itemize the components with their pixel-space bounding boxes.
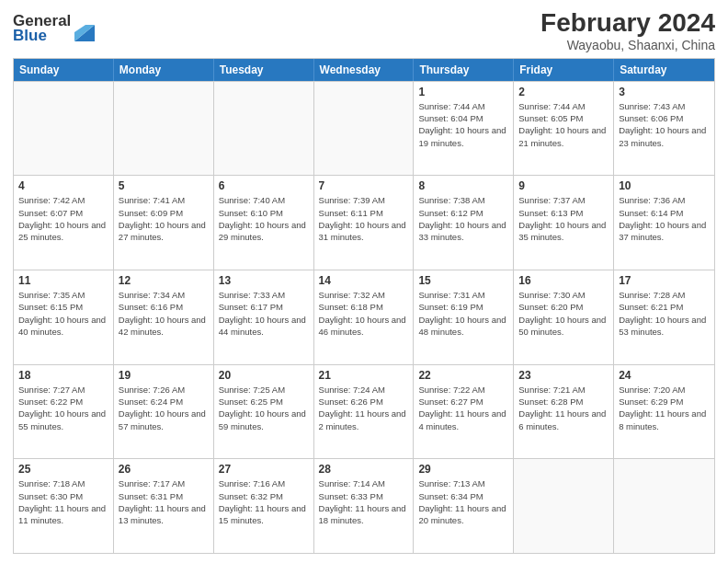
day-number: 27 [219,463,309,476]
day-number: 7 [319,179,409,192]
header-wednesday: Wednesday [314,59,415,81]
calendar-cell: 13Sunrise: 7:33 AM Sunset: 6:17 PM Dayli… [214,270,314,364]
calendar-row-0: 1Sunrise: 7:44 AM Sunset: 6:04 PM Daylig… [14,81,714,176]
day-info: Sunrise: 7:30 AM Sunset: 6:20 PM Dayligh… [518,289,609,338]
day-number: 16 [518,274,609,287]
day-info: Sunrise: 7:20 AM Sunset: 6:29 PM Dayligh… [619,384,710,432]
day-number: 11 [18,274,108,287]
day-info: Sunrise: 7:43 AM Sunset: 6:06 PM Dayligh… [619,100,710,149]
header-saturday: Saturday [614,59,714,81]
subtitle: Wayaobu, Shaanxi, China [540,38,715,52]
day-number: 25 [18,463,108,476]
calendar-cell: 23Sunrise: 7:21 AM Sunset: 6:28 PM Dayli… [514,365,614,459]
calendar-cell: 20Sunrise: 7:25 AM Sunset: 6:25 PM Dayli… [214,365,314,459]
calendar-cell: 29Sunrise: 7:13 AM Sunset: 6:34 PM Dayli… [414,459,514,553]
day-info: Sunrise: 7:17 AM Sunset: 6:31 PM Dayligh… [119,477,209,526]
calendar: Sunday Monday Tuesday Wednesday Thursday… [13,58,715,554]
calendar-cell: 25Sunrise: 7:18 AM Sunset: 6:30 PM Dayli… [14,459,114,553]
day-number: 28 [319,463,409,476]
day-number: 15 [418,274,508,287]
calendar-cell [514,459,614,553]
day-number: 5 [119,179,209,192]
logo-icon [74,16,95,41]
calendar-cell [214,82,314,176]
calendar-body: 1Sunrise: 7:44 AM Sunset: 6:04 PM Daylig… [14,81,714,553]
calendar-row-3: 18Sunrise: 7:27 AM Sunset: 6:22 PM Dayli… [14,364,714,459]
day-info: Sunrise: 7:14 AM Sunset: 6:33 PM Dayligh… [319,477,409,526]
calendar-cell: 15Sunrise: 7:31 AM Sunset: 6:19 PM Dayli… [414,270,514,364]
page: General Blue February 2024 Wayaobu, Shaa… [0,0,728,563]
day-info: Sunrise: 7:21 AM Sunset: 6:28 PM Dayligh… [518,384,609,432]
calendar-header: Sunday Monday Tuesday Wednesday Thursday… [14,59,714,81]
calendar-cell: 22Sunrise: 7:22 AM Sunset: 6:27 PM Dayli… [414,365,514,459]
day-info: Sunrise: 7:37 AM Sunset: 6:13 PM Dayligh… [518,194,609,243]
header-monday: Monday [114,59,214,81]
day-number: 26 [119,463,209,476]
calendar-cell: 12Sunrise: 7:34 AM Sunset: 6:16 PM Dayli… [114,270,214,364]
day-number: 9 [518,179,609,192]
day-info: Sunrise: 7:22 AM Sunset: 6:27 PM Dayligh… [418,384,508,432]
calendar-row-1: 4Sunrise: 7:42 AM Sunset: 6:07 PM Daylig… [14,175,714,270]
calendar-cell: 24Sunrise: 7:20 AM Sunset: 6:29 PM Dayli… [614,365,714,459]
calendar-cell: 10Sunrise: 7:36 AM Sunset: 6:14 PM Dayli… [614,176,714,270]
day-info: Sunrise: 7:44 AM Sunset: 6:04 PM Dayligh… [418,100,508,149]
day-info: Sunrise: 7:33 AM Sunset: 6:17 PM Dayligh… [219,289,309,338]
calendar-cell: 18Sunrise: 7:27 AM Sunset: 6:22 PM Dayli… [14,365,114,459]
calendar-cell: 11Sunrise: 7:35 AM Sunset: 6:15 PM Dayli… [14,270,114,364]
calendar-cell: 4Sunrise: 7:42 AM Sunset: 6:07 PM Daylig… [14,176,114,270]
day-number: 10 [619,179,710,192]
calendar-cell [114,82,214,176]
day-info: Sunrise: 7:27 AM Sunset: 6:22 PM Dayligh… [18,384,108,432]
day-number: 19 [119,369,209,382]
calendar-cell: 5Sunrise: 7:41 AM Sunset: 6:09 PM Daylig… [114,176,214,270]
day-info: Sunrise: 7:38 AM Sunset: 6:12 PM Dayligh… [418,194,508,243]
calendar-row-2: 11Sunrise: 7:35 AM Sunset: 6:15 PM Dayli… [14,270,714,364]
day-number: 12 [119,274,209,287]
calendar-cell: 21Sunrise: 7:24 AM Sunset: 6:26 PM Dayli… [314,365,415,459]
day-info: Sunrise: 7:44 AM Sunset: 6:05 PM Dayligh… [518,100,609,149]
calendar-cell: 1Sunrise: 7:44 AM Sunset: 6:04 PM Daylig… [414,82,514,176]
day-number: 13 [219,274,309,287]
day-number: 29 [418,463,508,476]
day-number: 14 [319,274,409,287]
logo-blue: Blue [13,28,71,45]
day-info: Sunrise: 7:31 AM Sunset: 6:19 PM Dayligh… [418,289,508,338]
day-number: 1 [418,86,508,98]
day-info: Sunrise: 7:39 AM Sunset: 6:11 PM Dayligh… [319,194,409,243]
day-number: 2 [518,86,609,98]
day-number: 21 [319,369,409,382]
day-info: Sunrise: 7:36 AM Sunset: 6:14 PM Dayligh… [619,194,710,243]
calendar-cell: 3Sunrise: 7:43 AM Sunset: 6:06 PM Daylig… [614,82,714,176]
calendar-cell: 28Sunrise: 7:14 AM Sunset: 6:33 PM Dayli… [314,459,415,553]
day-info: Sunrise: 7:16 AM Sunset: 6:32 PM Dayligh… [219,477,309,526]
header: General Blue February 2024 Wayaobu, Shaa… [13,9,715,52]
day-info: Sunrise: 7:35 AM Sunset: 6:15 PM Dayligh… [18,289,108,338]
calendar-cell [314,82,415,176]
header-tuesday: Tuesday [214,59,314,81]
day-info: Sunrise: 7:34 AM Sunset: 6:16 PM Dayligh… [119,289,209,338]
day-info: Sunrise: 7:25 AM Sunset: 6:25 PM Dayligh… [219,384,309,432]
calendar-cell: 16Sunrise: 7:30 AM Sunset: 6:20 PM Dayli… [514,270,614,364]
calendar-cell: 7Sunrise: 7:39 AM Sunset: 6:11 PM Daylig… [314,176,415,270]
calendar-cell: 14Sunrise: 7:32 AM Sunset: 6:18 PM Dayli… [314,270,415,364]
day-number: 23 [518,369,609,382]
day-info: Sunrise: 7:13 AM Sunset: 6:34 PM Dayligh… [418,477,508,526]
day-number: 22 [418,369,508,382]
header-friday: Friday [514,59,614,81]
day-info: Sunrise: 7:28 AM Sunset: 6:21 PM Dayligh… [619,289,710,338]
calendar-cell: 6Sunrise: 7:40 AM Sunset: 6:10 PM Daylig… [214,176,314,270]
day-info: Sunrise: 7:24 AM Sunset: 6:26 PM Dayligh… [319,384,409,432]
calendar-cell: 19Sunrise: 7:26 AM Sunset: 6:24 PM Dayli… [114,365,214,459]
header-sunday: Sunday [14,59,114,81]
day-info: Sunrise: 7:32 AM Sunset: 6:18 PM Dayligh… [319,289,409,338]
day-info: Sunrise: 7:40 AM Sunset: 6:10 PM Dayligh… [219,194,309,243]
day-number: 18 [18,369,108,382]
header-thursday: Thursday [414,59,514,81]
main-title: February 2024 [540,9,715,38]
day-number: 24 [619,369,710,382]
calendar-row-4: 25Sunrise: 7:18 AM Sunset: 6:30 PM Dayli… [14,458,714,553]
calendar-cell [14,82,114,176]
day-number: 3 [619,86,710,98]
day-info: Sunrise: 7:42 AM Sunset: 6:07 PM Dayligh… [18,194,108,243]
day-number: 17 [619,274,710,287]
